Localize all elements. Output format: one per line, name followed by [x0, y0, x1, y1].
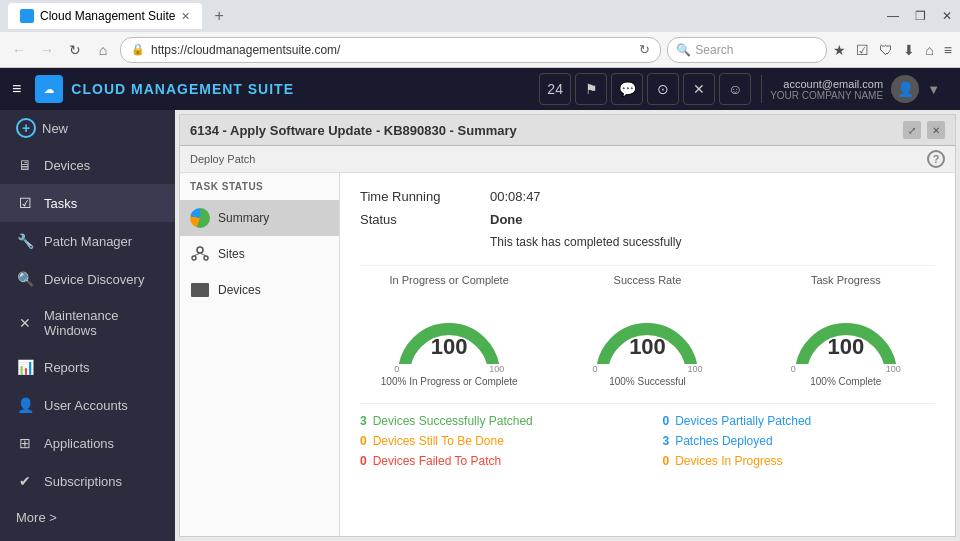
back-btn[interactable]: ← [8, 39, 30, 61]
account-company: YOUR COMPANY NAME [770, 90, 883, 101]
sidebar-item-reports[interactable]: 📊 Reports [0, 348, 175, 386]
sidebar-item-user-accounts[interactable]: 👤 User Accounts [0, 386, 175, 424]
patch-icon: 🔧 [16, 232, 34, 250]
new-label: New [42, 121, 68, 136]
menu-icon[interactable]: ≡ [944, 42, 952, 58]
gauge-title-3: Task Progress [811, 274, 881, 286]
gauge-title-1: In Progress or Complete [390, 274, 509, 286]
summary-icon [190, 208, 210, 228]
address-refresh-icon[interactable]: ↻ [639, 42, 650, 57]
maintenance-icon: ✕ [16, 314, 34, 332]
expand-btn[interactable]: ⤢ [903, 121, 921, 139]
search-topbar-icon[interactable]: ⊙ [647, 73, 679, 105]
task-window: 6134 - Apply Software Update - KB890830 … [179, 114, 956, 537]
gauge-min-2: 0 [592, 364, 597, 374]
nav-sites-label: Sites [218, 247, 245, 261]
sidebar-item-patch-manager[interactable]: 🔧 Patch Manager [0, 222, 175, 260]
content-area: 6134 - Apply Software Update - KB890830 … [175, 110, 960, 541]
success-message: This task has completed sucessfully [490, 235, 935, 249]
reports-icon: 📊 [16, 358, 34, 376]
status-row: Status Done [360, 212, 935, 227]
download-icon[interactable]: ⬇ [903, 42, 915, 58]
stat-failed-to-patch: 0 Devices Failed To Patch [360, 454, 633, 468]
task-title: 6134 - Apply Software Update - KB890830 … [190, 123, 517, 138]
stat-num-1: 0 [663, 414, 670, 428]
time-running-row: Time Running 00:08:47 [360, 189, 935, 204]
gauge-success-rate: Success Rate 100 0 [558, 274, 736, 387]
avatar[interactable]: 👤 [891, 75, 919, 103]
gauge-value-3: 100 [827, 334, 864, 360]
main-area: + New 🖥 Devices ☑ Tasks 🔧 Patch Manager … [0, 110, 960, 541]
tab-title: Cloud Management Suite [40, 9, 175, 23]
bookmark-icon[interactable]: ★ [833, 42, 846, 58]
stat-partially-patched: 0 Devices Partially Patched [663, 414, 936, 428]
account-area[interactable]: account@email.com YOUR COMPANY NAME 👤 ▼ [761, 75, 948, 103]
sidebar-label-tasks: Tasks [44, 196, 77, 211]
gauge-min-1: 0 [394, 364, 399, 374]
minimize-btn[interactable]: — [887, 9, 899, 23]
stat-text-2: Devices Still To Be Done [373, 434, 504, 448]
browser-tab[interactable]: Cloud Management Suite ✕ [8, 3, 202, 29]
task-left-panel: TASK STATUS Summary [180, 173, 340, 536]
devices-icon: 🖥 [16, 156, 34, 174]
gauge-max-2: 100 [687, 364, 702, 374]
sidebar-item-applications[interactable]: ⊞ Applications [0, 424, 175, 462]
new-tab-btn[interactable]: + [210, 7, 227, 25]
status-label: Status [360, 212, 480, 227]
sidebar-item-tasks[interactable]: ☑ Tasks [0, 184, 175, 222]
address-bar[interactable]: 🔒 https://cloudmanagementsuite.com/ ↻ [120, 37, 661, 63]
flag-icon[interactable]: ⚑ [575, 73, 607, 105]
logo-area: ☁ CLOUD MANAGEMENT SUITE [35, 75, 294, 103]
smiley-icon[interactable]: ☺ [719, 73, 751, 105]
home-btn[interactable]: ⌂ [92, 39, 114, 61]
support-icon[interactable]: 24 [539, 73, 571, 105]
chat-icon[interactable]: 💬 [611, 73, 643, 105]
gauge-title-2: Success Rate [614, 274, 682, 286]
new-button[interactable]: + New [0, 110, 175, 146]
refresh-btn[interactable]: ↻ [64, 39, 86, 61]
nav-devices-label: Devices [218, 283, 261, 297]
search-bar[interactable]: 🔍 Search [667, 37, 827, 63]
task-nav-devices[interactable]: Devices [180, 272, 339, 308]
task-nav-summary[interactable]: Summary [180, 200, 339, 236]
nav-summary-label: Summary [218, 211, 269, 225]
gauge-scale-1: 0 100 [394, 364, 504, 374]
home-toolbar-icon[interactable]: ⌂ [925, 42, 933, 58]
subscriptions-icon: ✔ [16, 472, 34, 490]
gauge-value-1: 100 [431, 334, 468, 360]
sidebar-more-btn[interactable]: More > [0, 500, 175, 535]
sidebar-label-users: User Accounts [44, 398, 128, 413]
help-icon[interactable]: ? [927, 150, 945, 168]
sidebar-label-maintenance: Maintenance Windows [44, 308, 159, 338]
window-controls: — ❐ ✕ [887, 9, 952, 23]
sidebar-item-maintenance-windows[interactable]: ✕ Maintenance Windows [0, 298, 175, 348]
sidebar-label-subscriptions: Subscriptions [44, 474, 122, 489]
tab-favicon [20, 9, 34, 23]
new-plus-icon: + [16, 118, 36, 138]
account-caret-icon[interactable]: ▼ [927, 82, 940, 97]
gauge-in-progress: In Progress or Complete 100 [360, 274, 538, 387]
hamburger-icon[interactable]: ≡ [12, 80, 21, 98]
sidebar-item-device-discovery[interactable]: 🔍 Device Discovery [0, 260, 175, 298]
close-btn[interactable]: ✕ [942, 9, 952, 23]
stat-text-3: Patches Deployed [675, 434, 772, 448]
sidebar-label-patch: Patch Manager [44, 234, 132, 249]
task-close-btn[interactable]: ✕ [927, 121, 945, 139]
svg-line-4 [200, 253, 206, 256]
stat-text-1: Devices Partially Patched [675, 414, 811, 428]
maximize-btn[interactable]: ❐ [915, 9, 926, 23]
stat-patches-deployed: 3 Patches Deployed [663, 434, 936, 448]
account-text: account@email.com YOUR COMPANY NAME [770, 78, 883, 101]
sidebar-item-devices[interactable]: 🖥 Devices [0, 146, 175, 184]
gauges-section: In Progress or Complete 100 [360, 265, 935, 387]
reading-icon[interactable]: ☑ [856, 42, 869, 58]
stat-text-4: Devices Failed To Patch [373, 454, 502, 468]
shield-icon[interactable]: 🛡 [879, 42, 893, 58]
tools-icon[interactable]: ✕ [683, 73, 715, 105]
logo-text: CLOUD MANAGEMENT SUITE [71, 81, 294, 97]
forward-btn[interactable]: → [36, 39, 58, 61]
sidebar-item-subscriptions[interactable]: ✔ Subscriptions [0, 462, 175, 500]
stat-text-0: Devices Successfully Patched [373, 414, 533, 428]
task-nav-sites[interactable]: Sites [180, 236, 339, 272]
tab-close-btn[interactable]: ✕ [181, 10, 190, 23]
